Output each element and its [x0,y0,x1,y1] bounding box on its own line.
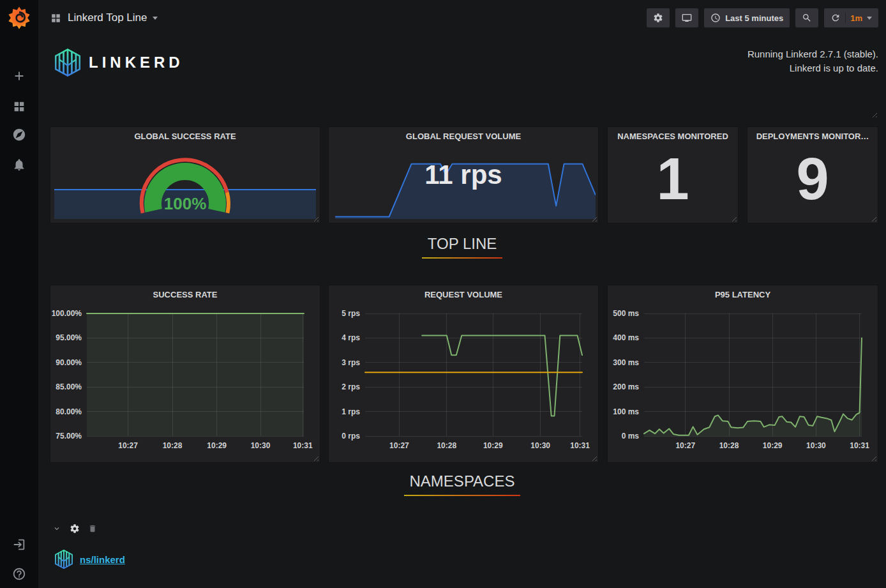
refresh-caret-icon [867,17,872,20]
namespace-row: ns/linkerd [54,548,125,571]
svg-text:10:31: 10:31 [850,441,869,450]
svg-text:300 ms: 300 ms [613,358,639,367]
panel-success-rate-chart: SUCCESS RATE 75.00%80.00%85.00%90.00%95.… [50,285,320,463]
panel-resize-handle[interactable] [871,216,876,222]
svg-text:100 ms: 100 ms [613,407,639,416]
svg-text:85.00%: 85.00% [56,382,82,391]
alerting-bell-icon[interactable] [12,158,26,172]
panel-title[interactable]: DEPLOYMENTS MONITOR… [747,132,878,141]
panel-deployments-monitored: DEPLOYMENTS MONITOR… 9 [747,126,878,223]
cycle-view-monitor-button[interactable] [675,8,698,27]
svg-text:10:27: 10:27 [389,441,409,450]
help-icon[interactable] [12,567,26,581]
dashboards-icon[interactable] [12,100,26,114]
grafana-logo-icon[interactable] [6,4,33,31]
stat-value: 11 rps [329,162,598,188]
linkerd-status-text: Running Linkerd 2.7.1 (stable). Linkerd … [747,47,878,75]
panel-resize-handle[interactable] [872,112,877,117]
dashboard-title[interactable]: Linkerd Top Line [68,11,147,24]
svg-text:4 rps: 4 rps [342,333,360,342]
success-rate-chart: 75.00%80.00%85.00%90.00%95.00%100.00%10:… [50,285,320,462]
svg-text:10:27: 10:27 [675,441,695,450]
svg-text:10:31: 10:31 [293,441,313,450]
svg-text:10:28: 10:28 [437,441,456,450]
row-controls [52,524,97,534]
panel-p95-latency-chart: P95 LATENCY 0 ms100 ms200 ms300 ms400 ms… [607,285,878,463]
topbar: Linkerd Top Line Last 5 minutes 1m [38,0,886,36]
svg-text:200 ms: 200 ms [613,382,639,391]
svg-text:5 rps: 5 rps [342,309,360,318]
panel-request-volume-chart: REQUEST VOLUME 0 rps1 rps2 rps3 rps4 rps… [328,285,599,463]
clock-icon [710,13,721,23]
gauge-value: 100% [164,194,207,213]
zoom-out-button[interactable] [795,8,818,27]
magnifier-icon [802,13,812,23]
button-divider [845,13,846,23]
add-icon[interactable] [12,69,26,83]
linkerd-wordmark: LINKERD [89,54,184,72]
status-line-1: Running Linkerd 2.7.1 (stable). [747,47,878,61]
sidebar [0,0,38,588]
svg-text:10:29: 10:29 [207,441,227,450]
namespace-link[interactable]: ns/linkerd [80,554,125,565]
section-title: TOP LINE [428,235,497,259]
section-top-line: TOP LINE [38,235,886,259]
svg-text:10:30: 10:30 [806,441,826,450]
svg-text:2 rps: 2 rps [342,382,360,391]
time-range-label: Last 5 minutes [725,13,783,23]
panel-linkerd-header: LINKERD Running Linkerd 2.7.1 (stable). … [50,40,878,119]
panel-global-request-volume: GLOBAL REQUEST VOLUME 11 rps [328,126,599,223]
dashboard-grid-icon[interactable] [50,12,62,24]
svg-text:10:28: 10:28 [719,441,739,450]
svg-text:75.00%: 75.00% [56,432,82,441]
panel-namespaces-monitored: NAMESPACES MONITORED 1 [607,126,739,223]
chevron-down-icon[interactable] [52,524,61,533]
section-namespaces: NAMESPACES [38,472,886,496]
svg-text:10:29: 10:29 [483,441,503,450]
svg-text:95.00%: 95.00% [56,333,82,342]
status-line-2: Linkerd is up to date. [747,61,878,75]
svg-text:3 rps: 3 rps [342,358,360,367]
refresh-button[interactable]: 1m [824,8,878,27]
title-caret-icon[interactable] [153,17,158,20]
svg-text:1 rps: 1 rps [342,407,360,416]
svg-text:10:30: 10:30 [530,441,550,450]
svg-text:10:31: 10:31 [570,441,590,450]
svg-text:0 rps: 0 rps [342,432,360,441]
stat-value: 1 [608,149,738,208]
svg-text:0 ms: 0 ms [622,432,640,441]
panel-title[interactable]: GLOBAL REQUEST VOLUME [329,132,598,141]
refresh-interval-label: 1m [850,13,862,23]
row-delete-trash-icon[interactable] [88,524,97,533]
svg-text:400 ms: 400 ms [613,333,639,342]
time-range-button[interactable]: Last 5 minutes [704,8,790,27]
sign-in-icon[interactable] [12,538,26,552]
panel-resize-handle[interactable] [732,216,737,222]
linkerd-namespace-icon [54,548,74,571]
dashboard-settings-button[interactable] [647,8,670,27]
svg-text:10:30: 10:30 [251,441,271,450]
svg-text:500 ms: 500 ms [613,309,639,318]
linkerd-logo-icon [53,47,82,78]
section-title: NAMESPACES [410,472,515,496]
svg-text:80.00%: 80.00% [56,407,82,416]
explore-compass-icon[interactable] [12,128,26,142]
refresh-icon [830,13,841,23]
request-volume-chart: 0 rps1 rps2 rps3 rps4 rps5 rps10:2710:28… [329,285,598,462]
svg-text:10:27: 10:27 [118,441,138,450]
svg-text:100.00%: 100.00% [52,309,82,318]
panel-title[interactable]: NAMESPACES MONITORED [608,132,738,141]
svg-text:10:29: 10:29 [763,441,783,450]
success-rate-gauge: 100% [112,137,259,222]
panel-global-success-rate: GLOBAL SUCCESS RATE 100% [50,126,320,223]
p95-latency-chart: 0 ms100 ms200 ms300 ms400 ms500 ms10:271… [608,285,878,462]
svg-text:10:28: 10:28 [163,441,183,450]
row-settings-gear-icon[interactable] [70,524,80,534]
stat-value: 9 [747,149,878,208]
svg-text:90.00%: 90.00% [56,358,82,367]
